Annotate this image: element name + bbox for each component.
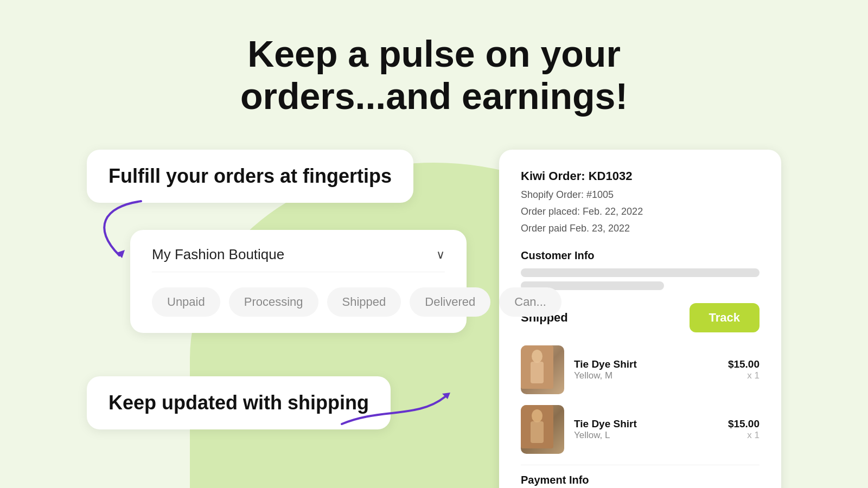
left-panel: Fulfill your orders at fingertips My Fas… [87, 150, 467, 429]
product-name-2: Tie Dye Shirt [574, 418, 718, 430]
placeholder-line-1 [521, 268, 760, 277]
product-price-1: $15.00 x 1 [728, 358, 760, 381]
product-image-2 [521, 405, 564, 454]
product-item-1: Tie Dye Shirt Yellow, M $15.00 x 1 [521, 345, 760, 394]
customer-info-label: Customer Info [521, 249, 760, 262]
price-qty-2: x 1 [728, 430, 760, 441]
svg-rect-7 [531, 421, 544, 443]
product-thumbnail-2 [521, 405, 553, 448]
page-container: Keep a pulse on your orders...and earnin… [0, 0, 868, 488]
callout-box-1: Fulfill your orders at fingertips [87, 150, 413, 203]
product-thumbnail-1 [521, 345, 553, 389]
tab-unpaid[interactable]: Unpaid [152, 287, 220, 317]
kiwi-order-id: Kiwi Order: KD1032 [521, 169, 760, 183]
product-name-1: Tie Dye Shirt [574, 358, 718, 370]
shopify-order-id: Shopify Order: #1005 [521, 187, 760, 203]
order-meta: Shopify Order: #1005 Order placed: Feb. … [521, 187, 760, 236]
product-item-2: Tie Dye Shirt Yellow, L $15.00 x 1 [521, 405, 760, 454]
chevron-down-icon: ∨ [436, 248, 445, 262]
order-filter-widget: My Fashion Boutique ∨ Unpaid Processing … [130, 230, 467, 333]
tab-cancelled[interactable]: Can... [499, 287, 561, 317]
price-qty-1: x 1 [728, 370, 760, 381]
callout-1-text: Fulfill your orders at fingertips [108, 165, 392, 187]
order-detail-card: Kiwi Order: KD1032 Shopify Order: #1005 … [499, 150, 781, 488]
product-details-2: Tie Dye Shirt Yellow, L [574, 418, 718, 441]
tab-delivered[interactable]: Delivered [410, 287, 490, 317]
product-variant-1: Yellow, M [574, 370, 718, 381]
content-area: Fulfill your orders at fingertips My Fas… [0, 150, 868, 488]
tab-shipped[interactable]: Shipped [327, 287, 401, 317]
page-title: Keep a pulse on your orders...and earnin… [240, 33, 628, 117]
price-value-2: $15.00 [728, 418, 760, 430]
order-placed-date: Order placed: Feb. 22, 2022 [521, 203, 760, 220]
payment-section: Payment Info Item Totals $30.00 [521, 465, 760, 488]
product-variant-2: Yellow, L [574, 430, 718, 441]
svg-point-6 [532, 409, 542, 422]
order-paid-date: Order paid Feb. 23, 2022 [521, 220, 760, 237]
payment-info-label: Payment Info [521, 474, 760, 486]
arrow-1-icon [87, 196, 174, 261]
tab-processing[interactable]: Processing [229, 287, 318, 317]
svg-point-3 [532, 350, 542, 363]
order-header: Kiwi Order: KD1032 Shopify Order: #1005 … [521, 169, 760, 236]
customer-info-placeholder [521, 268, 760, 290]
callout-2-text: Keep updated with shipping [108, 391, 369, 414]
arrow-2-icon [336, 381, 456, 446]
track-button[interactable]: Track [690, 303, 760, 332]
store-selector[interactable]: My Fashion Boutique ∨ [152, 246, 445, 272]
price-value-1: $15.00 [728, 358, 760, 370]
status-tabs: Unpaid Processing Shipped Delivered Can.… [152, 287, 445, 317]
product-image-1 [521, 345, 564, 394]
product-price-2: $15.00 x 1 [728, 418, 760, 441]
product-details-1: Tie Dye Shirt Yellow, M [574, 358, 718, 381]
svg-rect-4 [531, 362, 544, 383]
